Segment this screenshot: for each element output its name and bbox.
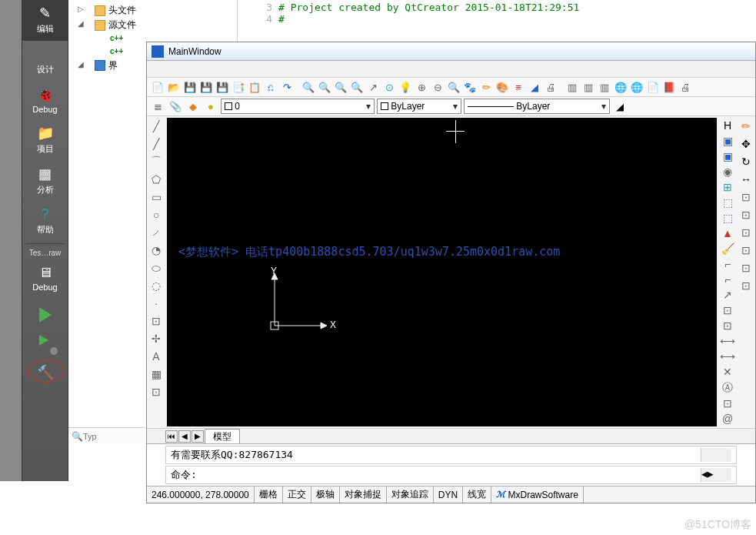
tool-button[interactable]: 💾 (182, 79, 198, 95)
sun-icon[interactable]: ◆ (185, 99, 201, 114)
tool-button[interactable]: ⊙ (381, 79, 397, 95)
tool-button[interactable]: 💡 (398, 79, 413, 95)
expand-icon[interactable]: ◢ (78, 19, 84, 28)
tool-button[interactable]: ⊡ (738, 189, 754, 206)
tool-button[interactable]: ▭ (148, 189, 165, 206)
tool-button[interactable]: ▥ (581, 79, 596, 95)
bulb-icon[interactable]: ● (203, 99, 218, 114)
tool-button[interactable]: ▲ (719, 226, 736, 240)
status-lweight[interactable]: 线宽 (463, 487, 491, 503)
scroll-buttons[interactable] (701, 448, 731, 462)
tool-button[interactable]: ⊖ (430, 79, 445, 95)
tool-button[interactable]: ╱ (148, 118, 165, 135)
tool-button[interactable]: ↗ (719, 288, 736, 303)
kit-selector[interactable]: 🖥Debug (22, 260, 68, 298)
tool-button[interactable]: ⬚ (719, 210, 736, 225)
expand-icon[interactable]: ▷ (78, 5, 84, 13)
tool-button[interactable]: 📋 (247, 79, 262, 95)
status-osnap[interactable]: 对象捕捉 (340, 487, 387, 503)
tool-button[interactable]: ◢ (527, 79, 542, 95)
tool-button[interactable]: A (148, 348, 165, 365)
tool-button[interactable]: 📕 (661, 79, 677, 95)
tool-button[interactable]: @ (719, 412, 736, 426)
tool-button[interactable]: 🔍 (301, 79, 316, 95)
status-ortho[interactable]: 正交 (283, 487, 311, 503)
tool-button[interactable]: H (719, 118, 736, 132)
command-history[interactable]: 有需要联系QQ:827867134 (165, 446, 737, 464)
mode-debug[interactable]: 🐞Debug (22, 82, 68, 120)
status-polar[interactable]: 极轴 (311, 487, 340, 503)
status-otrack[interactable]: 对象追踪 (387, 487, 434, 503)
status-grid[interactable]: 栅格 (255, 487, 283, 503)
tool-button[interactable]: ⊡ (148, 383, 165, 400)
tool-button[interactable]: 🌐 (629, 79, 644, 95)
tool-button[interactable]: 💾 (198, 79, 214, 95)
tool-button[interactable]: ⊡ (738, 259, 754, 276)
tool-button[interactable]: · (148, 295, 165, 312)
tree-node-sources[interactable]: ◢源文件 (72, 18, 234, 32)
code-editor[interactable]: 3# Project created by QtCreator 2015-01-… (254, 0, 756, 42)
tool-button[interactable]: ◔ (148, 242, 165, 259)
mode-analyze[interactable]: ▦分析 (22, 161, 68, 202)
layers-icon[interactable]: ≣ (150, 99, 165, 114)
mode-design[interactable]: ✕设计 (22, 41, 68, 82)
lineweight-icon[interactable]: ◢ (612, 99, 628, 114)
tab-nav-first[interactable]: ⏮ (165, 430, 178, 443)
tool-button[interactable]: ⊞ (719, 179, 736, 194)
linetype-select[interactable]: ByLayer ▾ (464, 99, 610, 114)
layer-select[interactable]: 0 ▾ (221, 99, 375, 114)
tab-nav-next[interactable]: ▶ (191, 430, 204, 443)
tool-button[interactable]: 🧹 (719, 241, 736, 256)
tool-button[interactable]: ✏ (738, 118, 754, 135)
title-bar[interactable]: MainWindow (147, 42, 755, 61)
tool-button[interactable]: ◉ (719, 164, 736, 179)
tool-button[interactable]: ↔ (738, 171, 754, 188)
tool-button[interactable]: 🔍 (349, 79, 365, 95)
tool-button[interactable]: ▣ (719, 149, 736, 163)
tool-button[interactable]: ✢ (148, 330, 165, 347)
tool-button[interactable]: ○ (148, 206, 165, 223)
tool-button[interactable]: ⬠ (148, 171, 165, 188)
tool-button[interactable]: ⊡ (738, 277, 754, 294)
tool-button[interactable]: ✥ (738, 135, 754, 152)
tool-button[interactable]: ⌐ (719, 272, 736, 286)
tool-button[interactable]: ↗ (365, 79, 381, 95)
tool-button[interactable]: ⎌ (263, 79, 278, 95)
freeze-icon[interactable]: 📎 (168, 99, 183, 114)
tool-button[interactable]: ⊡ (719, 396, 736, 411)
tool-button[interactable]: 🔍 (333, 79, 348, 95)
tool-button[interactable]: ⊡ (148, 313, 165, 329)
command-input[interactable]: 命令:◀▶ (165, 466, 737, 484)
tool-button[interactable]: ⬚ (719, 195, 736, 209)
tool-button[interactable]: ◌ (148, 277, 165, 294)
tool-button[interactable]: ⊡ (738, 242, 754, 259)
tool-button[interactable]: ⊡ (719, 303, 736, 318)
menu-bar[interactable] (147, 61, 755, 78)
tool-button[interactable]: 📄 (645, 79, 661, 95)
mode-help[interactable]: ?帮助 (22, 202, 68, 242)
tool-button[interactable]: ▣ (719, 133, 736, 148)
tool-button[interactable]: ⬭ (148, 259, 165, 276)
tool-button[interactable]: ⟋ (148, 224, 165, 241)
run-debug-button[interactable] (35, 332, 56, 353)
tool-button[interactable]: 🌐 (613, 79, 628, 95)
tool-button[interactable]: ✕ (719, 365, 736, 380)
tool-button[interactable]: 🔍 (317, 79, 332, 95)
tool-button[interactable]: 🔍 (446, 79, 461, 95)
mode-projects[interactable]: 📁项目 (22, 120, 68, 161)
tool-button[interactable]: ⌐ (719, 256, 736, 271)
tool-button[interactable]: ↻ (738, 153, 754, 170)
kit-project-label[interactable]: Tes…raw (22, 246, 68, 260)
tool-button[interactable]: 💾 (215, 79, 230, 95)
tool-button[interactable]: ▥ (597, 79, 612, 95)
tab-model[interactable]: 模型 (205, 429, 240, 444)
expand-icon[interactable]: ◢ (78, 60, 84, 69)
tool-button[interactable]: ⊕ (414, 79, 429, 95)
tool-button[interactable]: ✏ (478, 79, 494, 95)
drawing-canvas[interactable]: <梦想软件> 电话tp400b1888csd5.703/uq1w3w7.25m0… (167, 118, 717, 426)
tab-nav-prev[interactable]: ◀ (178, 430, 191, 443)
tool-button[interactable]: ⊡ (738, 206, 754, 223)
tool-button[interactable]: ⟷ (719, 334, 736, 349)
status-dyn[interactable]: DYN (434, 487, 463, 503)
tool-button[interactable]: 🖨 (678, 79, 693, 95)
